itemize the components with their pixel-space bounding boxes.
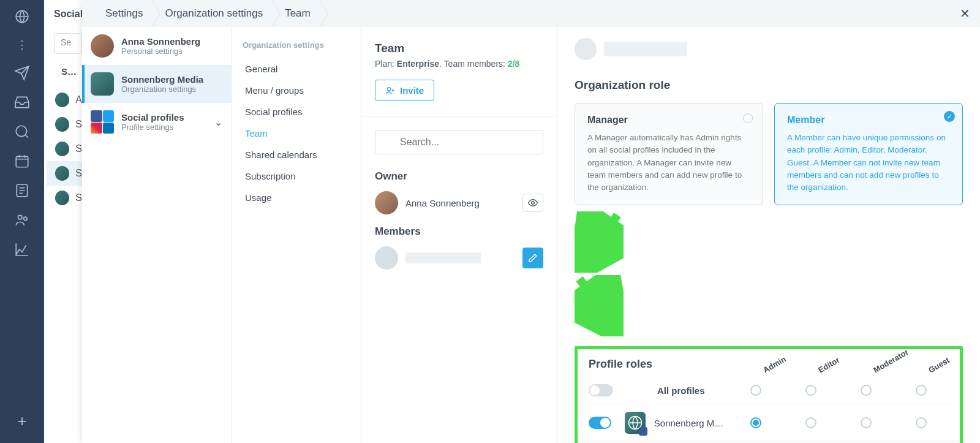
chevron-down-icon: ⌄: [214, 116, 222, 128]
more-icon[interactable]: ⋮: [17, 38, 28, 51]
crumb-team[interactable]: Team: [274, 7, 322, 20]
radio-guest[interactable]: [916, 417, 927, 428]
member-detail: Organization role Manager A Manager auto…: [557, 27, 980, 443]
account-sub: Organization settings: [121, 85, 203, 94]
avatar: [375, 246, 398, 270]
bg-search-input[interactable]: Se: [54, 33, 82, 54]
profile-row: Sonnenberg Me…: [578, 404, 960, 442]
profile-roles-title: Profile roles: [589, 358, 652, 371]
app-left-rail: ⋮ +: [0, 0, 44, 443]
breadcrumb: Settings Organization settings Team ✕: [82, 0, 980, 27]
nav-header: Organization settings: [243, 40, 350, 50]
radio-editor[interactable]: [805, 417, 816, 428]
globe-search-icon[interactable]: [14, 124, 30, 140]
team-column: Team Plan: Enterprise. Team members: 2/8…: [361, 27, 557, 443]
avatar: [91, 34, 114, 58]
account-sub: Profile settings: [121, 123, 184, 132]
radio-guest[interactable]: [916, 385, 927, 396]
avatar: [575, 38, 597, 60]
account-social[interactable]: Social profiles Profile settings ⌄: [82, 103, 231, 141]
add-button[interactable]: +: [17, 412, 26, 431]
annotation-arrow-icon: [575, 211, 963, 275]
calendar-icon[interactable]: [14, 153, 30, 169]
avatar: [375, 191, 398, 214]
radio-moderator[interactable]: [861, 385, 872, 396]
svg-point-8: [532, 202, 535, 205]
radio-editor[interactable]: [805, 385, 816, 396]
view-icon[interactable]: [522, 194, 543, 212]
member-search-input[interactable]: [375, 130, 543, 154]
bg-page-title: Social: [54, 9, 83, 20]
nav-team[interactable]: Team: [243, 123, 350, 144]
check-icon: ✓: [944, 111, 955, 122]
nav-usage[interactable]: Usage: [243, 187, 350, 208]
invite-button[interactable]: Invite: [375, 80, 434, 101]
nav-general[interactable]: General: [243, 58, 350, 80]
owner-row: Anna Sonnenberg: [375, 191, 543, 214]
plan-line: Plan: Enterprise. Team members: 2/8: [375, 59, 543, 69]
members-section: Members: [375, 225, 543, 238]
close-icon[interactable]: ✕: [960, 6, 970, 21]
settings-nav: Organization settings General Menu / gro…: [232, 27, 361, 443]
social-networks-icon: [91, 110, 114, 134]
account-personal[interactable]: Anna Sonnenberg Personal settings: [82, 27, 231, 65]
notes-icon[interactable]: [14, 183, 30, 199]
redacted-name: [405, 252, 481, 263]
col-admin: Admin: [761, 358, 782, 375]
all-profiles-row: All profiles: [578, 377, 960, 404]
owner-name: Anna Sonnenberg: [405, 198, 480, 208]
account-sub: Personal settings: [121, 47, 200, 56]
toggle-all[interactable]: [589, 384, 613, 396]
svg-point-5: [24, 217, 27, 220]
svg-point-4: [18, 215, 23, 219]
svg-point-1: [16, 126, 26, 136]
edit-icon[interactable]: [522, 248, 543, 268]
people-icon[interactable]: [14, 212, 30, 228]
profile-roles-box: Profile roles Admin Editor Moderator Gue…: [575, 346, 963, 443]
svg-point-6: [387, 87, 390, 90]
account-name: Sonnenberg Media: [121, 74, 203, 85]
role-member-card[interactable]: ✓ Member A Member can have unique permis…: [774, 103, 963, 205]
role-manager-card[interactable]: Manager A Manager automatically has Admi…: [575, 103, 763, 205]
nav-subscription[interactable]: Subscription: [243, 165, 350, 187]
nav-social[interactable]: Social profiles: [243, 101, 350, 123]
profile-name: Sonnenberg Me…: [654, 418, 728, 428]
send-icon[interactable]: [14, 65, 30, 81]
invite-label: Invite: [400, 85, 424, 96]
redacted-name: [604, 42, 687, 56]
bg-profile-list: S… A S S S S: [47, 66, 82, 210]
settings-modal: Settings Organization settings Team ✕ An…: [82, 0, 980, 443]
crumb-org[interactable]: Organization settings: [154, 7, 274, 20]
radio-moderator[interactable]: [861, 417, 872, 428]
col-moderator: Moderator: [872, 358, 892, 375]
org-role-title: Organization role: [575, 78, 963, 92]
account-name: Anna Sonnenberg: [121, 36, 200, 47]
account-org[interactable]: Sonnenberg Media Organization settings: [82, 65, 231, 103]
nav-calendars[interactable]: Shared calendars: [243, 144, 350, 165]
col-editor: Editor: [816, 358, 837, 375]
owner-section: Owner: [375, 170, 543, 183]
logo-icon[interactable]: [14, 9, 30, 25]
annotation-arrow-icon: [575, 275, 963, 339]
org-logo-icon: [91, 72, 114, 96]
account-selector: Anna Sonnenberg Personal settings Sonnen…: [82, 27, 232, 443]
analytics-icon[interactable]: [14, 241, 30, 257]
svg-rect-2: [16, 156, 28, 167]
crumb-settings[interactable]: Settings: [94, 7, 154, 20]
profile-logo-icon: [625, 412, 646, 434]
member-row: [375, 246, 543, 270]
radio-admin[interactable]: [750, 385, 761, 396]
inbox-icon[interactable]: [14, 94, 30, 110]
radio-icon: [743, 113, 753, 123]
all-profiles-label: All profiles: [657, 385, 705, 396]
account-name: Social profiles: [121, 112, 184, 123]
col-guest: Guest: [927, 358, 947, 375]
nav-menu[interactable]: Menu / groups: [243, 80, 350, 101]
toggle-profile[interactable]: [589, 417, 611, 429]
team-title: Team: [375, 42, 543, 55]
radio-admin[interactable]: [750, 417, 761, 428]
